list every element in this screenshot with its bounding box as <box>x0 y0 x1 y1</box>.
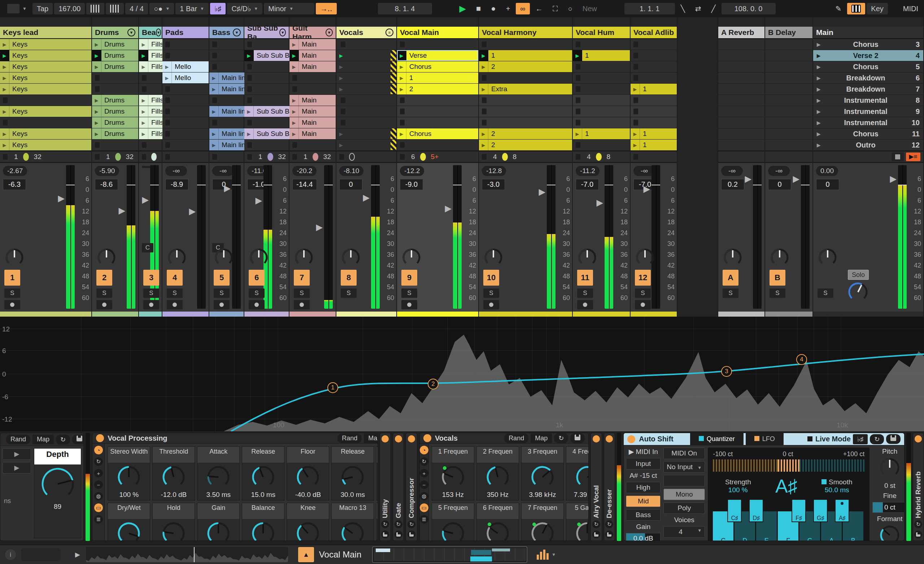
add-macro-icon[interactable]: + <box>94 469 103 477</box>
toolbar-btn-7[interactable]: 1 Bar ▼ <box>176 3 208 14</box>
save-icon[interactable] <box>381 531 389 539</box>
macro-knob[interactable] <box>162 463 185 491</box>
clip-launch-triangle[interactable]: ▶ <box>139 106 148 117</box>
fader-handle[interactable]: ▶ <box>890 174 897 184</box>
clip-launch-triangle[interactable]: ▶ <box>92 61 101 72</box>
clip[interactable]: ▶Drums <box>92 106 138 117</box>
clip[interactable]: ▶Drums <box>92 129 138 139</box>
solo-button[interactable]: S <box>96 289 112 298</box>
clip[interactable]: ▶Main <box>290 129 336 139</box>
clip-slot[interactable] <box>139 84 162 95</box>
collapsed-device-hybrid-reverb[interactable]: Hybrid Reverb↻ <box>913 433 924 541</box>
clip-stop-button[interactable] <box>400 120 405 126</box>
macro-control[interactable]: Floor -40.0 dB <box>286 446 329 501</box>
loop-start-display[interactable]: 1. 1. 1 <box>624 3 675 14</box>
scene-row[interactable]: ▶Breakdown7 <box>813 84 923 95</box>
clip-slot[interactable]: ▶2 <box>479 129 572 139</box>
macro-control[interactable]: 5 Frequen 100.0 Hz <box>432 503 474 541</box>
clip-slot[interactable] <box>397 95 478 106</box>
macro-knob[interactable] <box>296 463 320 491</box>
track-fold-icon[interactable]: ▼ <box>326 28 333 36</box>
volume-field[interactable]: 0 <box>339 179 362 190</box>
scene-launch-triangle[interactable]: ▶ <box>817 53 828 58</box>
output-meters-icon[interactable] <box>537 550 549 560</box>
clip[interactable]: ▶Drums <box>92 39 138 50</box>
macro-variation-icon[interactable]: ↻ <box>94 457 103 466</box>
clip-launch-triangle[interactable]: ▶ <box>630 84 640 94</box>
clip-slot[interactable] <box>162 117 208 129</box>
clip[interactable]: ▶Drums <box>92 61 138 72</box>
clip-slot[interactable] <box>162 50 208 61</box>
macro-control[interactable]: Threshold -12.0 dB <box>152 446 195 501</box>
group-slot-triangle[interactable]: ▶ <box>336 84 346 94</box>
clip-slot[interactable] <box>162 39 208 50</box>
clip-launch-triangle[interactable]: ▶ <box>397 50 406 61</box>
peak-level-display[interactable]: -11.2 <box>576 166 600 176</box>
clip-stop-button[interactable] <box>165 109 170 114</box>
macro-variation-icon[interactable]: ↻ <box>420 457 428 466</box>
clip-launch-triangle[interactable]: ▶ <box>290 117 299 128</box>
clip[interactable]: ▶1 <box>573 129 630 139</box>
tab-quantizer[interactable]: Quantizer <box>690 433 744 445</box>
key-map-button[interactable]: Key <box>867 3 888 14</box>
key-G#[interactable]: G♯ <box>813 499 828 522</box>
scene-row[interactable]: ▶Breakdown6 <box>813 72 923 84</box>
clip-slot[interactable] <box>209 117 244 129</box>
macro-knob[interactable] <box>576 519 589 541</box>
macro-knob[interactable] <box>341 463 364 491</box>
clip-slot[interactable] <box>573 95 630 106</box>
track-header[interactable]: Vocal Harmony <box>479 27 572 39</box>
map-button[interactable]: Map <box>531 434 552 443</box>
clip-launch-triangle[interactable]: ▶ <box>244 50 254 61</box>
scene-row[interactable]: ▶Instrumental10 <box>813 117 923 129</box>
clip-slot[interactable]: ▶Keys <box>0 106 92 117</box>
solo-button[interactable]: S <box>635 289 651 298</box>
clip-stop-button[interactable] <box>400 142 405 148</box>
track-activator-button[interactable]: 10 <box>483 270 499 286</box>
save-icon[interactable] <box>914 531 922 539</box>
save-icon[interactable] <box>394 531 402 539</box>
track-header[interactable]: Vocal Main <box>397 27 478 39</box>
rand-button[interactable]: Rand <box>6 435 30 444</box>
solo-button[interactable]: S <box>294 289 310 298</box>
rack-power-icon[interactable]: ◔ <box>420 446 428 454</box>
clip-slot[interactable]: ▶Sub Sub Ba <box>244 129 289 139</box>
solo-button[interactable]: S <box>483 289 499 298</box>
map-button[interactable]: Map <box>364 434 378 443</box>
clip-stop-button[interactable] <box>576 75 580 81</box>
clip-slot[interactable]: ▶Fills <box>139 39 162 50</box>
arm-button[interactable] <box>249 300 265 310</box>
track-stop-button[interactable] <box>3 154 8 160</box>
spectrum-display[interactable]: 1260-6-121001k10k1234 <box>0 317 924 431</box>
group-slot-triangle[interactable]: ▶ <box>336 139 346 150</box>
clip-slot[interactable] <box>765 95 813 106</box>
fader-handle[interactable]: ▶ <box>363 193 370 203</box>
clip-slot[interactable]: ▶Fills <box>139 117 162 129</box>
refresh-button[interactable]: ↻ <box>870 434 884 444</box>
clip-launch-triangle[interactable]: ▶ <box>479 139 488 150</box>
peak-level-display[interactable]: -5.90 <box>95 166 119 176</box>
macro-knob[interactable] <box>162 519 185 541</box>
solo-button[interactable]: S <box>401 289 417 298</box>
clip-stop-button[interactable] <box>633 42 638 47</box>
preview-play-button[interactable]: ▶ <box>75 551 80 559</box>
track-header[interactable]: Bea▼ <box>139 27 162 39</box>
clip-stop-button[interactable] <box>212 52 217 58</box>
fader-handle[interactable]: ▶ <box>644 184 650 194</box>
macro-control[interactable]: Gain 0.00 dB <box>197 503 240 541</box>
auto-shift-title-bar[interactable]: Auto ShiftQuantizerLFOLive Mode♭♯↻ <box>624 433 904 445</box>
refresh-icon[interactable]: ↻ <box>408 521 416 528</box>
clip-launch-triangle[interactable]: ▶ <box>397 61 406 72</box>
arm-button[interactable] <box>483 300 499 310</box>
show-macros-icon[interactable]: ▭ <box>420 503 428 512</box>
clip-launch-triangle[interactable]: ▶ <box>139 117 148 128</box>
track-activator-button[interactable]: 11 <box>577 270 593 286</box>
clip-slot[interactable] <box>479 106 572 117</box>
macro-knob[interactable] <box>41 464 74 503</box>
track-activator-button[interactable]: 7 <box>294 270 310 286</box>
clip-slot[interactable]: ▶Mello <box>162 61 208 72</box>
fader-handle[interactable]: ▶ <box>597 197 603 208</box>
clip-slot[interactable]: ▶Drums <box>92 106 138 117</box>
clip-stop-button[interactable] <box>341 97 345 103</box>
macro-control[interactable]: 4 Frequen 7.39 kHz <box>566 446 589 501</box>
